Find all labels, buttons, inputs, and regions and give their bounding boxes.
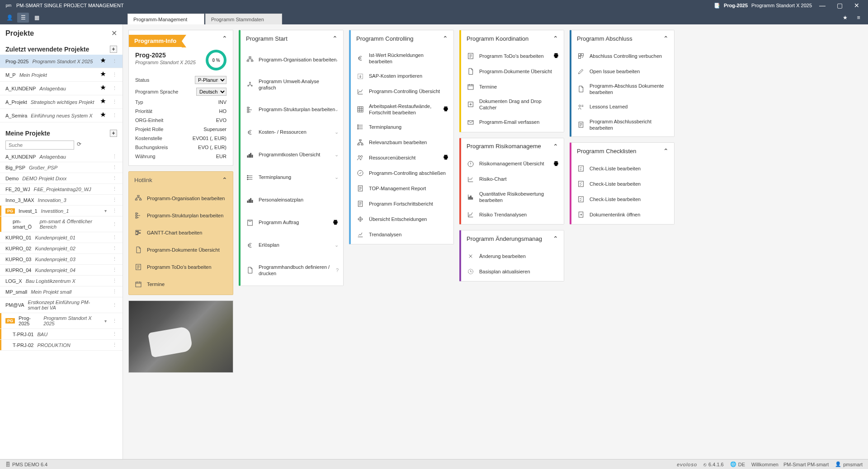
recent-project-item[interactable]: A_Semira Einführung neues System X⋮ [0,109,123,122]
recent-project-item[interactable]: M_P Mein Projekt⋮ [0,68,123,82]
card-collapse-icon[interactable]: ⌃ [553,235,558,242]
favorite-button[interactable]: ★ [839,13,851,23]
recent-add-button[interactable]: + [110,46,117,53]
hotlink-item[interactable]: Programm-Dokumente Übersicht [129,241,233,258]
chevron-down-icon[interactable]: ⌄ [335,129,339,135]
card-item[interactable]: Ressourcenübersicht [351,150,453,165]
print-icon[interactable] [332,219,339,226]
card-item[interactable]: Programmhandbuch definieren / drucken? [241,257,343,284]
card-item[interactable]: Arbeitspaket-Restaufwände, Fortschritt b… [351,99,453,120]
mine-project-item[interactable]: Demo DEMO Projekt Dxxx⋮ [0,173,123,184]
tab-programm-management[interactable]: Programm-Management [127,14,204,24]
star-icon[interactable] [99,98,107,106]
print-icon[interactable] [553,160,559,168]
card-item[interactable]: Programm-Email verfassen [461,115,564,130]
info-collapse-icon[interactable]: ⌃ [222,30,227,42]
card-item[interactable]: Lessons Learned [571,99,674,115]
list-view-button[interactable]: ☰ [17,13,29,23]
mine-project-item[interactable]: Inno_3_MAX Innovation_3⋮ [0,195,123,206]
card-item[interactable]: Übersicht Entscheidungen [351,211,453,227]
card-item[interactable]: Programm-Controlling Übersicht [351,84,453,99]
card-item[interactable]: Programm-Strukturplan bearbeiten⌄ [241,98,343,121]
card-item[interactable]: Quantitative Risikobewertung bearbeiten [461,187,564,207]
expand-icon[interactable]: ▾ [103,319,108,324]
card-item[interactable]: Programm ToDo's bearbeiten [461,48,564,64]
chevron-down-icon[interactable]: ⌄ [335,174,339,180]
star-icon[interactable] [99,70,107,79]
recent-project-item[interactable]: A_Projekt Strategisch wichtiges Projekt⋮ [0,95,123,109]
mine-project-item[interactable]: PGInvest_1 Investition_1▾⋮ [0,206,123,216]
card-item[interactable]: Basisplan aktualisieren [461,264,564,279]
card-item[interactable]: Erlösplan⌄ [241,234,343,257]
card-item[interactable]: Relevanzbaum bearbeiten [351,135,453,150]
star-icon[interactable] [99,111,107,120]
card-item[interactable]: Programm-Organisation bearbeiten⌄ [241,48,343,71]
card-item[interactable]: Programmtkosten Übersicht⌄ [241,144,343,166]
card-item[interactable]: Dokumenten Drag and Drop Catcher [461,94,564,115]
card-item[interactable]: Check-Liste bearbeiten [571,176,674,192]
card-collapse-icon[interactable]: ⌃ [663,147,669,155]
hotlink-collapse-icon[interactable]: ⌃ [222,176,227,183]
card-item[interactable]: Abschluss Controlling verbuchen [571,48,674,64]
mine-project-item[interactable]: FE_20_WJ F&E_Projektantrag20_WJ⋮ [0,184,123,195]
card-item[interactable]: Programm Auftrag [241,211,343,234]
mine-project-item[interactable]: PM@VA Erstkonzept Einführung PM-smart be… [0,297,123,313]
card-item[interactable]: Personaleinsatzplan [241,189,343,211]
hotlink-item[interactable]: Programm-Strukturplan bearbeiten [129,207,233,224]
print-icon[interactable] [553,52,559,60]
star-icon[interactable] [99,84,107,93]
card-item[interactable]: Kosten- / Ressourcen⌄ [241,121,343,144]
help-icon[interactable]: ? [336,267,339,273]
card-item[interactable]: Risikomanagement Übersicht [461,156,564,172]
mine-add-button[interactable]: + [110,130,117,137]
card-item[interactable]: Programm Fortschrittsbericht [351,196,453,211]
mine-project-item[interactable]: LOG_X Bau Logistikzentrum X⋮ [0,276,123,286]
tab-programm-stammdaten[interactable]: Programm Stammdaten [205,14,282,24]
card-item[interactable]: Open Issue bearbeiten [571,64,674,79]
mine-project-item[interactable]: Big_PSP Großer_PSP⋮ [0,162,123,173]
minimize-button[interactable]: — [816,2,829,9]
recent-project-item[interactable]: Prog-2025 Programm Standort X 2025⋮ [0,55,123,68]
mine-project-item[interactable]: KUPRO_02 Kundenprojekt_02⋮ [0,243,123,254]
chevron-down-icon[interactable]: ⌄ [335,57,339,63]
card-item[interactable]: Termine [461,79,564,94]
card-item[interactable]: Check-Liste bearbeiten [571,192,674,207]
grid-view-button[interactable]: ▦ [31,13,42,23]
card-item[interactable]: Änderung bearbeiten [461,249,564,264]
card-collapse-icon[interactable]: ⌃ [553,143,558,150]
hotlink-item[interactable]: Programm-Organisation bearbeiten [129,190,233,207]
card-item[interactable]: Ist-Wert Rückmeldungen bearbeiten [351,48,453,69]
sidebar-close-icon[interactable]: ✕ [111,29,117,38]
card-item[interactable]: Programm Abschlussbericht bearbeiten [571,115,674,135]
card-item[interactable]: Programm-Controlling abschließen [351,165,453,181]
card-item[interactable]: Risiko-Chart [461,172,564,187]
card-item[interactable]: Programm Umwelt-Analyse grafisch [241,71,343,98]
chevron-down-icon[interactable]: ⌄ [335,107,339,113]
card-collapse-icon[interactable]: ⌃ [553,35,558,42]
card-collapse-icon[interactable]: ⌃ [663,35,669,42]
card-item[interactable]: Trendanalysen [351,227,453,242]
hotlink-item[interactable]: GANTT-Chart bearbeiten [129,224,233,241]
mine-project-item[interactable]: pm-smart_Ö pm-smart & Öffentlicher Berei… [0,216,123,232]
mine-project-item[interactable]: KUPRO_04 Kundenprojekt_04⋮ [0,265,123,276]
menu-button[interactable]: ≡ [853,13,864,23]
card-item[interactable]: Dokumentenlink öffnen [571,207,674,222]
search-input[interactable] [5,141,74,150]
card-collapse-icon[interactable]: ⌃ [443,35,448,42]
card-item[interactable]: Terminplanung⌄ [241,166,343,189]
print-icon[interactable] [443,154,449,161]
user-view-button[interactable]: 👤 [4,13,15,23]
mine-project-item[interactable]: PGProg-2025 Programm Standort X 2025▾⋮ [0,313,123,329]
info-select[interactable]: P-Planung [195,76,226,84]
card-item[interactable]: Programm-Dokumente Übersicht [461,64,564,79]
refresh-icon[interactable]: ⟳ [77,141,85,149]
card-item[interactable]: TOP-Management Report [351,181,453,196]
recent-project-item[interactable]: A_KUNDENP Anlagenbau⋮ [0,82,123,95]
close-button[interactable]: ✕ [850,2,863,9]
card-item[interactable]: Check-Liste bearbeiten [571,161,674,176]
mine-project-item[interactable]: T-PRJ-02 PRODUKTION⋮ [0,340,123,351]
mine-project-item[interactable]: MP_small Mein Projekt small⋮ [0,286,123,297]
print-icon[interactable] [443,106,449,113]
info-select[interactable]: Deutsch [196,88,226,96]
chevron-down-icon[interactable]: ⌄ [335,152,339,158]
